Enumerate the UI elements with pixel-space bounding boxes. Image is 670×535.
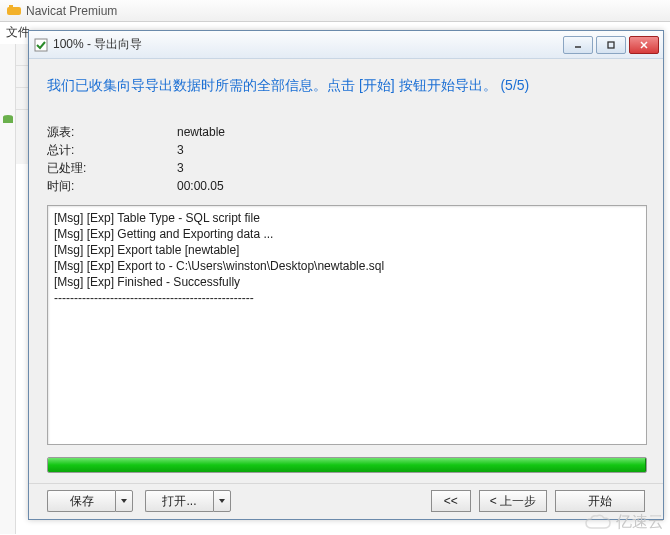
open-button[interactable]: 打开... — [145, 490, 213, 512]
save-button[interactable]: 保存 — [47, 490, 115, 512]
log-line: [Msg] [Exp] Table Type - SQL script file — [54, 210, 640, 226]
total-value: 3 — [177, 141, 184, 159]
open-dropdown-caret[interactable] — [213, 490, 231, 512]
maximize-button[interactable] — [596, 36, 626, 54]
close-button[interactable] — [629, 36, 659, 54]
app-icon — [6, 3, 22, 19]
sidebar-stub — [0, 44, 16, 534]
export-wizard-dialog: 100% - 导出向导 我们已收集向导导出数据时所需的全部信息。点击 [开始] … — [28, 30, 664, 520]
source-value: newtable — [177, 123, 225, 141]
source-label: 源表: — [47, 123, 177, 141]
back-button[interactable]: < 上一步 — [479, 490, 547, 512]
save-dropdown-caret[interactable] — [115, 490, 133, 512]
processed-label: 已处理: — [47, 159, 177, 177]
log-line: [Msg] [Exp] Finished - Successfully — [54, 274, 640, 290]
svg-rect-0 — [7, 7, 21, 15]
minimize-button[interactable] — [563, 36, 593, 54]
dialog-title: 100% - 导出向导 — [53, 36, 563, 53]
summary-grid: 源表:newtable 总计:3 已处理:3 时间:00:00.05 — [47, 123, 645, 195]
log-line: [Msg] [Exp] Getting and Exporting data .… — [54, 226, 640, 242]
svg-marker-9 — [121, 499, 127, 503]
parent-title: Navicat Premium — [26, 4, 117, 18]
svg-rect-3 — [3, 117, 13, 123]
time-label: 时间: — [47, 177, 177, 195]
svg-rect-4 — [35, 39, 47, 51]
cloud-icon — [584, 514, 612, 532]
log-line: [Msg] [Exp] Export table [newtable] — [54, 242, 640, 258]
db-icon — [2, 114, 14, 126]
progress-fill — [48, 458, 646, 472]
time-value: 00:00.05 — [177, 177, 224, 195]
start-button[interactable]: 开始 — [555, 490, 645, 512]
svg-marker-10 — [219, 499, 225, 503]
parent-titlebar: Navicat Premium — [0, 0, 670, 22]
svg-rect-1 — [9, 5, 13, 8]
open-split-button[interactable]: 打开... — [145, 490, 231, 512]
dialog-footer: 保存 打开... << < 上一步 开始 — [29, 483, 663, 522]
total-label: 总计: — [47, 141, 177, 159]
processed-value: 3 — [177, 159, 184, 177]
log-output[interactable]: [Msg] [Exp] Table Type - SQL script file… — [47, 205, 647, 445]
wizard-heading: 我们已收集向导导出数据时所需的全部信息。点击 [开始] 按钮开始导出。 (5/5… — [47, 77, 645, 95]
svg-rect-6 — [608, 42, 614, 48]
log-line: ----------------------------------------… — [54, 290, 640, 306]
first-button[interactable]: << — [431, 490, 471, 512]
log-line: [Msg] [Exp] Export to - C:\Users\winston… — [54, 258, 640, 274]
save-split-button[interactable]: 保存 — [47, 490, 133, 512]
watermark: 亿速云 — [584, 512, 664, 533]
progress-bar — [47, 457, 647, 473]
dialog-titlebar: 100% - 导出向导 — [29, 31, 663, 59]
wizard-icon — [33, 37, 49, 53]
